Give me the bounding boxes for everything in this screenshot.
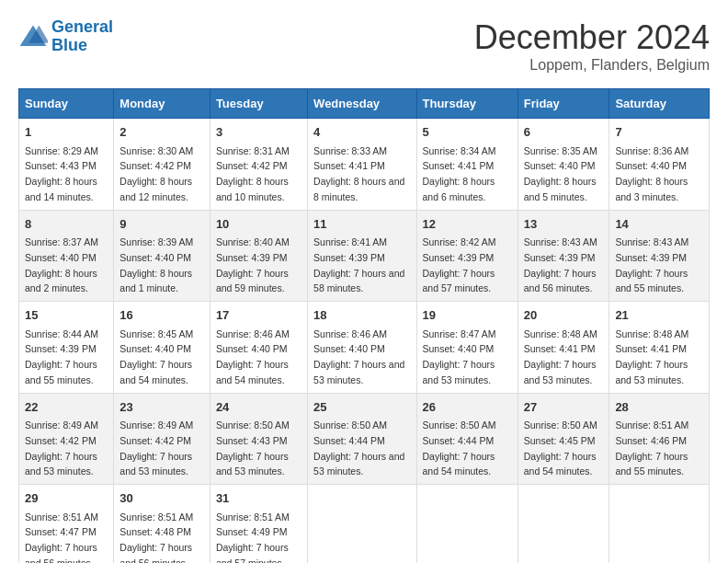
day-info: Sunrise: 8:51 AMSunset: 4:49 PMDaylight:… — [216, 511, 290, 564]
calendar-cell: 21 Sunrise: 8:48 AMSunset: 4:41 PMDaylig… — [609, 302, 710, 394]
day-number: 13 — [524, 215, 604, 234]
calendar-cell: 5 Sunrise: 8:34 AMSunset: 4:41 PMDayligh… — [416, 119, 518, 211]
day-number: 9 — [119, 215, 204, 234]
day-number: 3 — [216, 123, 301, 142]
logo: General Blue — [18, 18, 113, 55]
calendar-cell: 10 Sunrise: 8:40 AMSunset: 4:39 PMDaylig… — [210, 210, 307, 302]
calendar-cell: 28 Sunrise: 8:51 AMSunset: 4:46 PMDaylig… — [609, 393, 710, 485]
day-info: Sunrise: 8:50 AMSunset: 4:44 PMDaylight:… — [423, 419, 496, 477]
calendar-table: SundayMondayTuesdayWednesdayThursdayFrid… — [18, 88, 710, 563]
day-info: Sunrise: 8:30 AMSunset: 4:42 PMDaylight:… — [119, 145, 193, 202]
day-info: Sunrise: 8:37 AMSunset: 4:40 PMDaylight:… — [25, 236, 98, 293]
day-number: 31 — [216, 489, 301, 508]
calendar-cell: 2 Sunrise: 8:30 AMSunset: 4:42 PMDayligh… — [114, 119, 210, 211]
header-day-sunday: Sunday — [19, 89, 114, 119]
day-number: 11 — [313, 215, 410, 234]
day-number: 26 — [423, 398, 512, 417]
day-info: Sunrise: 8:46 AMSunset: 4:40 PMDaylight:… — [313, 328, 404, 385]
day-info: Sunrise: 8:34 AMSunset: 4:41 PMDaylight:… — [423, 145, 496, 202]
header-day-friday: Friday — [518, 89, 609, 119]
calendar-cell: 7 Sunrise: 8:36 AMSunset: 4:40 PMDayligh… — [609, 119, 710, 211]
calendar-cell: 12 Sunrise: 8:42 AMSunset: 4:39 PMDaylig… — [416, 210, 518, 302]
day-info: Sunrise: 8:48 AMSunset: 4:41 PMDaylight:… — [615, 328, 688, 385]
calendar-cell: 25 Sunrise: 8:50 AMSunset: 4:44 PMDaylig… — [308, 393, 416, 485]
day-info: Sunrise: 8:35 AMSunset: 4:40 PMDaylight:… — [524, 145, 597, 202]
header-day-wednesday: Wednesday — [308, 89, 416, 119]
day-info: Sunrise: 8:45 AMSunset: 4:40 PMDaylight:… — [119, 328, 193, 385]
day-number: 28 — [615, 398, 703, 417]
day-info: Sunrise: 8:49 AMSunset: 4:42 PMDaylight:… — [119, 419, 193, 477]
calendar-cell: 6 Sunrise: 8:35 AMSunset: 4:40 PMDayligh… — [518, 119, 609, 211]
day-number: 14 — [615, 215, 703, 234]
day-info: Sunrise: 8:51 AMSunset: 4:46 PMDaylight:… — [615, 419, 688, 477]
subtitle: Loppem, Flanders, Belgium — [474, 57, 710, 74]
page-header: General Blue December 2024 Loppem, Fland… — [18, 18, 710, 74]
day-number: 4 — [313, 123, 410, 142]
day-info: Sunrise: 8:50 AMSunset: 4:43 PMDaylight:… — [216, 419, 290, 477]
calendar-cell: 4 Sunrise: 8:33 AMSunset: 4:41 PMDayligh… — [308, 119, 416, 211]
day-number: 7 — [615, 123, 703, 142]
day-number: 17 — [216, 306, 301, 325]
calendar-cell: 24 Sunrise: 8:50 AMSunset: 4:43 PMDaylig… — [210, 393, 307, 485]
day-info: Sunrise: 8:36 AMSunset: 4:40 PMDaylight:… — [615, 145, 688, 202]
day-number: 25 — [313, 398, 410, 417]
day-info: Sunrise: 8:48 AMSunset: 4:41 PMDaylight:… — [524, 328, 597, 385]
calendar-cell: 16 Sunrise: 8:45 AMSunset: 4:40 PMDaylig… — [114, 302, 210, 394]
calendar-cell — [416, 485, 518, 564]
day-number: 10 — [216, 215, 301, 234]
day-info: Sunrise: 8:39 AMSunset: 4:40 PMDaylight:… — [119, 236, 193, 293]
day-info: Sunrise: 8:29 AMSunset: 4:43 PMDaylight:… — [25, 145, 98, 202]
day-number: 6 — [524, 123, 604, 142]
day-info: Sunrise: 8:31 AMSunset: 4:42 PMDaylight:… — [216, 145, 290, 202]
calendar-week-row: 8 Sunrise: 8:37 AMSunset: 4:40 PMDayligh… — [19, 210, 710, 302]
day-number: 24 — [216, 398, 301, 417]
calendar-cell: 27 Sunrise: 8:50 AMSunset: 4:45 PMDaylig… — [518, 393, 609, 485]
calendar-cell: 18 Sunrise: 8:46 AMSunset: 4:40 PMDaylig… — [308, 302, 416, 394]
day-info: Sunrise: 8:51 AMSunset: 4:47 PMDaylight:… — [25, 511, 98, 564]
calendar-header-row: SundayMondayTuesdayWednesdayThursdayFrid… — [19, 89, 710, 119]
day-info: Sunrise: 8:43 AMSunset: 4:39 PMDaylight:… — [615, 236, 688, 293]
day-number: 20 — [524, 306, 604, 325]
day-number: 5 — [423, 123, 512, 142]
calendar-cell — [609, 485, 710, 564]
day-number: 30 — [119, 489, 204, 508]
title-block: December 2024 Loppem, Flanders, Belgium — [474, 18, 710, 74]
calendar-cell: 29 Sunrise: 8:51 AMSunset: 4:47 PMDaylig… — [19, 485, 114, 564]
calendar-cell — [308, 485, 416, 564]
day-info: Sunrise: 8:42 AMSunset: 4:39 PMDaylight:… — [423, 236, 496, 293]
header-day-monday: Monday — [114, 89, 210, 119]
day-info: Sunrise: 8:49 AMSunset: 4:42 PMDaylight:… — [25, 419, 98, 477]
day-number: 2 — [119, 123, 204, 142]
header-day-tuesday: Tuesday — [210, 89, 307, 119]
calendar-week-row: 29 Sunrise: 8:51 AMSunset: 4:47 PMDaylig… — [19, 485, 710, 564]
calendar-cell: 17 Sunrise: 8:46 AMSunset: 4:40 PMDaylig… — [210, 302, 307, 394]
day-number: 21 — [615, 306, 703, 325]
calendar-cell: 15 Sunrise: 8:44 AMSunset: 4:39 PMDaylig… — [19, 302, 114, 394]
day-number: 12 — [423, 215, 512, 234]
calendar-cell: 1 Sunrise: 8:29 AMSunset: 4:43 PMDayligh… — [19, 119, 114, 211]
day-info: Sunrise: 8:40 AMSunset: 4:39 PMDaylight:… — [216, 236, 290, 293]
day-number: 22 — [25, 398, 108, 417]
main-title: December 2024 — [474, 18, 710, 57]
day-number: 18 — [313, 306, 410, 325]
day-info: Sunrise: 8:46 AMSunset: 4:40 PMDaylight:… — [216, 328, 290, 385]
calendar-cell: 14 Sunrise: 8:43 AMSunset: 4:39 PMDaylig… — [609, 210, 710, 302]
header-day-thursday: Thursday — [416, 89, 518, 119]
day-info: Sunrise: 8:51 AMSunset: 4:48 PMDaylight:… — [119, 511, 193, 564]
day-info: Sunrise: 8:50 AMSunset: 4:44 PMDaylight:… — [313, 419, 404, 477]
day-info: Sunrise: 8:47 AMSunset: 4:40 PMDaylight:… — [423, 328, 496, 385]
calendar-cell: 11 Sunrise: 8:41 AMSunset: 4:39 PMDaylig… — [308, 210, 416, 302]
day-info: Sunrise: 8:43 AMSunset: 4:39 PMDaylight:… — [524, 236, 597, 293]
day-number: 15 — [25, 306, 108, 325]
calendar-week-row: 22 Sunrise: 8:49 AMSunset: 4:42 PMDaylig… — [19, 393, 710, 485]
calendar-cell: 9 Sunrise: 8:39 AMSunset: 4:40 PMDayligh… — [114, 210, 210, 302]
calendar-week-row: 1 Sunrise: 8:29 AMSunset: 4:43 PMDayligh… — [19, 119, 710, 211]
day-number: 19 — [423, 306, 512, 325]
day-number: 23 — [119, 398, 204, 417]
day-info: Sunrise: 8:33 AMSunset: 4:41 PMDaylight:… — [313, 145, 404, 202]
day-info: Sunrise: 8:41 AMSunset: 4:39 PMDaylight:… — [313, 236, 404, 293]
calendar-cell: 8 Sunrise: 8:37 AMSunset: 4:40 PMDayligh… — [19, 210, 114, 302]
header-day-saturday: Saturday — [609, 89, 710, 119]
calendar-cell: 23 Sunrise: 8:49 AMSunset: 4:42 PMDaylig… — [114, 393, 210, 485]
calendar-cell — [518, 485, 609, 564]
